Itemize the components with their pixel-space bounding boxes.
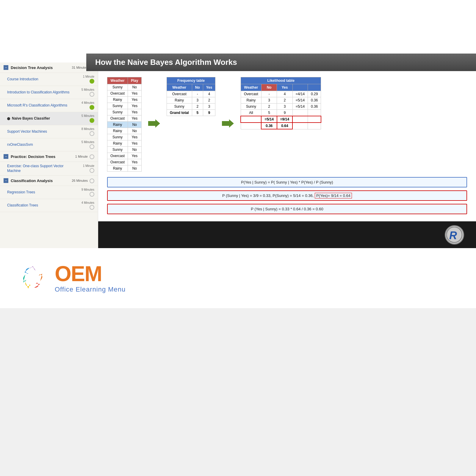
like-header-col4 <box>292 84 308 91</box>
svg-marker-0 <box>148 119 160 128</box>
arrow-right-icon-1 <box>148 118 160 131</box>
sidebar-section-practice[interactable]: − Practice: Decision Trees 1 Minute <box>0 151 98 162</box>
sidebar-item-right: 4 Minutes <box>76 101 94 110</box>
table-row: SunnyYes <box>107 103 142 109</box>
formula-box-3: P (Yes | Sunny) = 0.33 * 0.64 / 0.36 = 0… <box>107 204 467 214</box>
collapse-icon-classification[interactable]: − <box>4 178 8 183</box>
slide-bottom-bar: R <box>98 221 476 248</box>
data-table: Weather Play SunnyNo OvercastYes RainyYe… <box>107 77 142 172</box>
formula-text-2: P (Sunny | Yes) = 3/9 = 0.33, P(Sunny) =… <box>222 193 352 198</box>
sidebar-item-right: 9 Minutes <box>76 188 94 197</box>
status-icon-outline <box>90 92 94 97</box>
sidebar-item-minutes: 1 Minute <box>83 164 94 167</box>
formula-text-1: P(Yes | Sunny) = P( Sunny | Yes) * P(Yes… <box>241 180 333 184</box>
top-space <box>0 0 476 62</box>
table-row: SunnyYes <box>107 109 142 115</box>
sidebar-item-minutes: 1 Minute <box>83 75 94 78</box>
table-row: SunnyNo <box>107 147 142 153</box>
sidebar-item-minutes: 5 Minutes <box>82 88 94 91</box>
formula-box-2: P (Sunny | Yes) = 3/9 = 0.33, P(Sunny) =… <box>107 190 467 201</box>
sidebar-item-label: Support Vector Machines <box>7 129 76 134</box>
oem-subtitle: Office Elearning Menu <box>55 286 126 293</box>
sidebar-section-minutes-classification: 26 Minutes <box>72 179 88 182</box>
main-container: − Decision Tree Analysis 31 Minutes Cour… <box>0 0 476 308</box>
sidebar-item-exercise-one-class[interactable]: Exercise: One-class Support Vector Machi… <box>0 162 98 176</box>
sidebar-item-regression-trees[interactable]: Regression Trees 9 Minutes <box>0 186 98 199</box>
table-row: RainyNo <box>107 165 142 172</box>
sidebar-section-title-classification: Classification Analysis <box>11 178 72 183</box>
progress-icon <box>90 178 94 183</box>
formula-inner-red: P(Yes)= 9/14 = 0.64 <box>315 193 352 198</box>
sidebar-item-minutes: 4 Minutes <box>82 101 94 104</box>
table-row-red: =5/14 =9/14 <box>241 116 321 123</box>
slide-title: How the Naive Bayes Algorithm Works <box>86 54 476 71</box>
freq-header-no: No <box>192 84 203 91</box>
like-table-main-header: Likelihood table <box>241 77 321 84</box>
sidebar-section-decision-tree[interactable]: − Decision Tree Analysis 31 Minutes <box>0 62 98 73</box>
sidebar-item-ms-r-class[interactable]: Microsoft R's Classification Algorithms … <box>0 99 98 112</box>
table-row: RainyNo <box>107 128 142 134</box>
sidebar-item-minutes: 5 Minutes <box>82 114 94 118</box>
arrow-right-icon-2 <box>222 118 234 131</box>
sidebar-item-minutes: 4 Minutes <box>82 201 94 204</box>
status-icon-green <box>90 118 94 123</box>
sidebar-item-right: 1 Minute <box>76 75 94 84</box>
likelihood-table: Likelihood table Weather No Yes <box>240 77 321 129</box>
table-row: Rainy32 =5/140.36 <box>241 97 321 104</box>
sidebar-item-label: Introduction to Classification Algorithm… <box>7 90 76 95</box>
sidebar-item-label: Microsoft R's Classification Algorithms <box>7 103 76 108</box>
table-row-grand-total: Grand total59 <box>167 110 215 116</box>
formula-box-1: P(Yes | Sunny) = P( Sunny | Yes) * P(Yes… <box>107 177 467 187</box>
sidebar-item-right: 1 Minute <box>76 164 94 173</box>
content-row: − Decision Tree Analysis 31 Minutes Cour… <box>0 62 476 248</box>
sidebar-item-right: 5 Minutes <box>76 114 94 123</box>
formula-section: P(Yes | Sunny) = P( Sunny | Yes) * P(Yes… <box>107 177 467 214</box>
status-icon-outline <box>90 192 94 197</box>
sidebar-item-label: rxOneClassSvm <box>7 143 76 147</box>
slide-area: How the Naive Bayes Algorithm Works Weat… <box>98 62 476 248</box>
bottom-section: OEM Office Elearning Menu <box>0 248 476 308</box>
sidebar-item-classification-trees[interactable]: Classification Trees 4 Minutes <box>0 199 98 212</box>
table-row: SunnyYes <box>107 134 142 140</box>
sidebar-item-course-intro[interactable]: Course Introduction 1 Minute <box>0 73 98 86</box>
sidebar-item-intro-class[interactable]: Introduction to Classification Algorithm… <box>0 86 98 99</box>
table-row-highlighted: RainyNo <box>107 122 142 128</box>
active-bullet <box>7 117 10 120</box>
status-icon-outline <box>90 131 94 136</box>
data-table-header-play: Play <box>128 77 142 84</box>
svg-text:R: R <box>449 229 457 242</box>
sidebar: − Decision Tree Analysis 31 Minutes Cour… <box>0 62 98 248</box>
table-row: Overcast-4 <box>167 91 215 97</box>
table-row: RainyYes <box>107 140 142 147</box>
sidebar-section-title-decision-tree: Decision Tree Analysis <box>11 65 72 70</box>
sidebar-item-naive-bayes[interactable]: Naive Bayes Classifier 5 Minutes <box>0 112 98 125</box>
table-row: Rainy32 <box>167 97 215 104</box>
freq-header-weather: Weather <box>167 84 192 91</box>
collapse-icon[interactable]: − <box>4 65 8 70</box>
slide-tables-row: Weather Play SunnyNo OvercastYes RainyYe… <box>107 77 467 172</box>
table-row: OvercastYes <box>107 159 142 165</box>
status-icon-green <box>90 105 94 110</box>
sidebar-item-rx-one-class[interactable]: rxOneClassSvm 5 Minutes <box>0 138 98 151</box>
status-icon-outline <box>90 168 94 173</box>
sidebar-item-label-active: Naive Bayes Classifier <box>12 116 76 121</box>
table-row: RainyYes <box>107 97 142 103</box>
table-row: Sunny23 =5/140.36 <box>241 104 321 110</box>
table-row: All59 <box>241 110 321 116</box>
status-icon-green <box>90 79 94 84</box>
status-icon-outline <box>90 144 94 149</box>
status-icon-outline <box>90 205 94 210</box>
sidebar-item-right: 8 Minutes <box>76 127 94 136</box>
collapse-icon-practice[interactable]: − <box>4 154 8 159</box>
sidebar-item-svm[interactable]: Support Vector Machines 8 Minutes <box>0 125 98 138</box>
sidebar-item-minutes: 8 Minutes <box>82 127 94 131</box>
sidebar-section-classification[interactable]: − Classification Analysis 26 Minutes <box>0 176 98 186</box>
like-header-no: No <box>261 84 277 91</box>
freq-table-main-header: Frequency table <box>167 77 215 84</box>
oem-circular-arrows-icon <box>18 263 48 293</box>
oem-text-area: OEM Office Elearning Menu <box>55 263 126 293</box>
sidebar-item-right: 4 Minutes <box>76 201 94 210</box>
frequency-table: Frequency table Weather No Yes Overcast-… <box>167 77 216 116</box>
sidebar-item-right: 5 Minutes <box>76 88 94 97</box>
sidebar-item-minutes: 5 Minutes <box>82 140 94 144</box>
